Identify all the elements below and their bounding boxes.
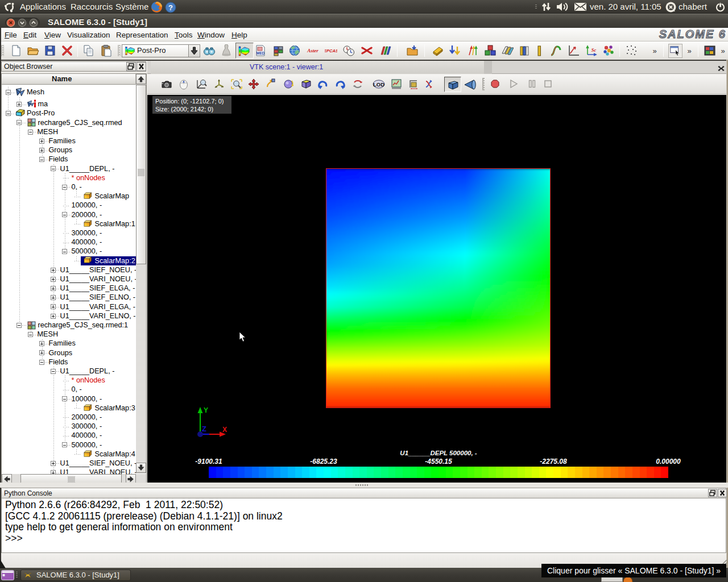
svg-text:Z: Z <box>202 425 206 433</box>
svg-text:Y: Y <box>204 406 208 414</box>
svg-text:»: » <box>652 47 656 55</box>
svg-text:EPCAS: EPCAS <box>325 48 337 53</box>
svg-text:»: » <box>687 47 691 55</box>
svg-text:LOD: LOD <box>373 81 384 88</box>
svg-text:?: ? <box>168 3 173 12</box>
svg-text:MED: MED <box>257 51 265 55</box>
svg-text:Aster: Aster <box>307 48 318 53</box>
svg-text:SALOME 6: SALOME 6 <box>659 30 726 40</box>
svg-text:Sc: Sc <box>592 47 597 53</box>
svg-text:»: » <box>721 47 725 55</box>
svg-text:X: X <box>222 426 227 434</box>
